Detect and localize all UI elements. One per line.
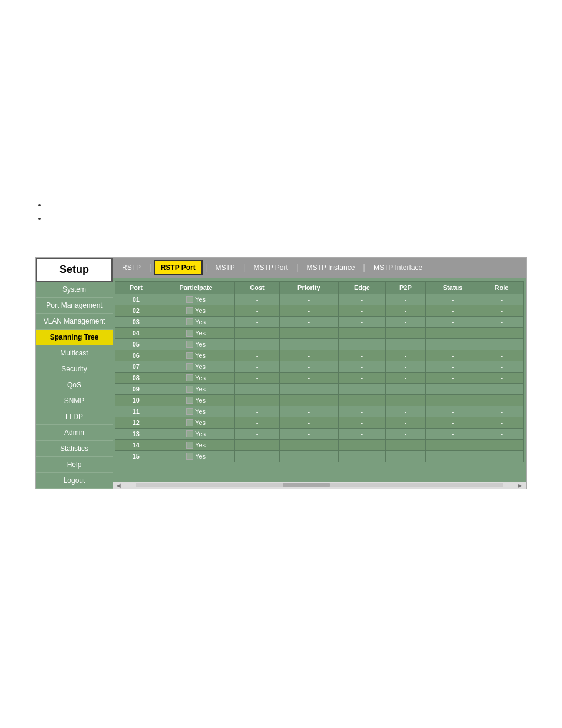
participate-checkbox[interactable] xyxy=(186,442,193,449)
sidebar-item-snmp[interactable]: SNMP xyxy=(36,393,113,409)
status-cell: - xyxy=(426,339,480,350)
sidebar-item-spanning-tree[interactable]: Spanning Tree xyxy=(36,330,113,345)
role-cell: - xyxy=(480,429,523,440)
participate-cell[interactable]: Yes xyxy=(157,406,235,417)
edge-cell: - xyxy=(339,339,386,350)
sidebar-item-lldp[interactable]: LLDP xyxy=(36,409,113,425)
participate-cell[interactable]: Yes xyxy=(157,373,235,384)
sidebar-item-multicast[interactable]: Multicast xyxy=(36,345,113,361)
col-header-edge: Edge xyxy=(339,282,386,294)
status-cell: - xyxy=(426,305,480,317)
participate-cell[interactable]: Yes xyxy=(157,361,235,373)
participate-cell[interactable]: Yes xyxy=(157,429,235,440)
port-table: PortParticipateCostPriorityEdgeP2PStatus… xyxy=(115,281,524,462)
sidebar-item-help[interactable]: Help xyxy=(36,457,113,473)
participate-cell[interactable]: Yes xyxy=(157,384,235,395)
ui-panel: Setup SystemPort ManagementVLAN Manageme… xyxy=(35,257,527,489)
participate-checkbox[interactable] xyxy=(186,430,193,437)
priority-cell: - xyxy=(279,417,339,429)
participate-cell[interactable]: Yes xyxy=(157,395,235,406)
cost-cell: - xyxy=(235,440,279,451)
participate-checkbox[interactable] xyxy=(186,453,193,460)
participate-checkbox[interactable] xyxy=(186,363,193,370)
sidebar-item-admin[interactable]: Admin xyxy=(36,425,113,441)
table-row: 03Yes------ xyxy=(115,317,524,328)
cost-cell: - xyxy=(235,384,279,395)
sidebar-item-statistics[interactable]: Statistics xyxy=(36,441,113,457)
port-num: 12 xyxy=(115,417,157,429)
col-header-participate: Participate xyxy=(157,282,235,294)
participate-checkbox[interactable] xyxy=(186,296,193,303)
priority-cell: - xyxy=(279,373,339,384)
participate-cell[interactable]: Yes xyxy=(157,317,235,328)
sidebar-item-logout[interactable]: Logout xyxy=(36,473,113,489)
sidebar-item-qos[interactable]: QoS xyxy=(36,377,113,393)
p2p-cell: - xyxy=(385,328,425,339)
participate-value: Yes xyxy=(195,363,206,370)
edge-cell: - xyxy=(339,395,386,406)
edge-cell: - xyxy=(339,328,386,339)
participate-checkbox[interactable] xyxy=(186,341,193,348)
participate-cell[interactable]: Yes xyxy=(157,440,235,451)
participate-checkbox[interactable] xyxy=(186,352,193,359)
priority-cell: - xyxy=(279,317,339,328)
table-row: 04Yes------ xyxy=(115,328,524,339)
table-row: 12Yes------ xyxy=(115,417,524,429)
p2p-cell: - xyxy=(385,384,425,395)
participate-checkbox[interactable] xyxy=(186,307,193,314)
cost-cell: - xyxy=(235,350,279,361)
tab-rstp[interactable]: RSTP xyxy=(116,261,147,274)
participate-value: Yes xyxy=(195,352,206,359)
priority-cell: - xyxy=(279,406,339,417)
participate-checkbox[interactable] xyxy=(186,386,193,393)
bullet-1 xyxy=(47,200,527,209)
port-num: 11 xyxy=(115,406,157,417)
participate-cell[interactable]: Yes xyxy=(157,305,235,317)
status-cell: - xyxy=(426,451,480,462)
port-num: 05 xyxy=(115,339,157,350)
participate-checkbox[interactable] xyxy=(186,318,193,325)
participate-cell[interactable]: Yes xyxy=(157,328,235,339)
sidebar-item-port-management[interactable]: Port Management xyxy=(36,298,113,314)
participate-cell[interactable]: Yes xyxy=(157,350,235,361)
sidebar-title: Setup xyxy=(36,258,113,282)
port-num: 09 xyxy=(115,384,157,395)
participate-checkbox[interactable] xyxy=(186,330,193,337)
participate-value: Yes xyxy=(195,341,206,348)
participate-checkbox[interactable] xyxy=(186,397,193,404)
sidebar-item-vlan-management[interactable]: VLAN Management xyxy=(36,314,113,330)
participate-checkbox[interactable] xyxy=(186,408,193,415)
role-cell: - xyxy=(480,305,523,317)
scrollbar-thumb[interactable] xyxy=(283,483,330,487)
table-wrapper[interactable]: PortParticipateCostPriorityEdgeP2PStatus… xyxy=(113,278,526,482)
participate-cell[interactable]: Yes xyxy=(157,339,235,350)
participate-cell[interactable]: Yes xyxy=(157,451,235,462)
sidebar-item-system[interactable]: System xyxy=(36,282,113,298)
p2p-cell: - xyxy=(385,406,425,417)
role-cell: - xyxy=(480,417,523,429)
tab-rstp-port[interactable]: RSTP Port xyxy=(154,260,203,275)
status-cell: - xyxy=(426,328,480,339)
role-cell: - xyxy=(480,440,523,451)
sidebar-item-security[interactable]: Security xyxy=(36,361,113,377)
participate-checkbox[interactable] xyxy=(186,374,193,381)
p2p-cell: - xyxy=(385,417,425,429)
role-cell: - xyxy=(480,406,523,417)
edge-cell: - xyxy=(339,317,386,328)
tab-separator-1: | xyxy=(149,263,151,272)
participate-cell[interactable]: Yes xyxy=(157,417,235,429)
status-cell: - xyxy=(426,406,480,417)
participate-cell[interactable]: Yes xyxy=(157,294,235,305)
port-num: 04 xyxy=(115,328,157,339)
status-cell: - xyxy=(426,417,480,429)
tab-mstp-instance[interactable]: MSTP Instance xyxy=(301,261,361,274)
tab-separator-5: | xyxy=(363,263,365,272)
tab-mstp-interface[interactable]: MSTP Interface xyxy=(368,261,428,274)
participate-value: Yes xyxy=(195,318,206,325)
tab-mstp-port[interactable]: MSTP Port xyxy=(247,261,293,274)
horizontal-scrollbar[interactable]: ◀ ▶ xyxy=(113,482,526,489)
participate-checkbox[interactable] xyxy=(186,419,193,426)
port-num: 10 xyxy=(115,395,157,406)
tab-mstp[interactable]: MSTP xyxy=(209,261,240,274)
edge-cell: - xyxy=(339,440,386,451)
